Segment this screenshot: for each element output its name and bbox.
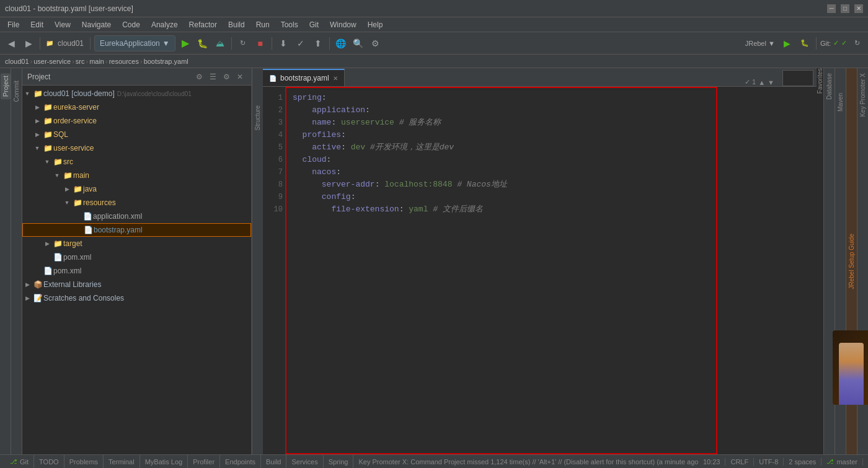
menu-analyze[interactable]: Analyze	[146, 19, 183, 30]
search-button[interactable]: 🔍	[351, 36, 366, 51]
tree-item-application-xml[interactable]: ▶ 📄 application.xml	[22, 210, 251, 223]
close-button[interactable]: ✕	[854, 4, 863, 13]
debug-button[interactable]: 🐛	[195, 36, 210, 51]
menu-edit[interactable]: Edit	[25, 19, 48, 30]
key-active: active	[293, 141, 341, 154]
jrebel-anime-image	[833, 330, 868, 405]
tree-item-resources[interactable]: ▼ 📁 resources	[22, 196, 251, 210]
arrow-target: ▶	[42, 241, 52, 247]
status-mybatis[interactable]: MyBatis Log	[140, 455, 188, 468]
line-num-6: 6	[263, 154, 283, 166]
commit-label[interactable]: Commit	[13, 81, 20, 102]
status-build[interactable]: Build	[261, 455, 286, 468]
colon-7: :	[336, 166, 341, 179]
database-label[interactable]: Database	[826, 73, 833, 100]
project-tree: ▼ 📁 cloud01 [cloud-demo] D:\java\code\cl…	[22, 86, 251, 454]
code-editor[interactable]: 1 2 3 4 5 6 7 8 9 10 spring: application…	[263, 87, 817, 454]
panel-close-button[interactable]: ✕	[234, 71, 246, 83]
breadcrumb-src[interactable]: src	[76, 58, 85, 65]
tree-item-order[interactable]: ▶ 📁 order-service	[22, 114, 251, 128]
menu-view[interactable]: View	[50, 19, 76, 30]
status-services[interactable]: Services	[286, 455, 323, 468]
breadcrumb-cloud01[interactable]: cloud01	[5, 58, 29, 65]
status-position[interactable]: 10:23	[698, 458, 726, 466]
menu-navigate[interactable]: Navigate	[77, 19, 116, 30]
status-branch[interactable]: ⎇ master	[822, 458, 863, 466]
git-settings[interactable]: ↻	[849, 36, 864, 51]
nav-down[interactable]: ▼	[768, 79, 774, 86]
jrebel-run[interactable]: ▶	[780, 36, 795, 51]
tree-item-target[interactable]: ▶ 📁 target	[22, 237, 251, 250]
status-spring[interactable]: Spring	[324, 455, 354, 468]
jrebel-setup-label[interactable]: JRebel Setup Guide	[848, 234, 855, 289]
menu-refactor[interactable]: Refactor	[184, 19, 222, 30]
status-charset[interactable]: UTF-8	[754, 458, 784, 466]
run-button[interactable]: ▶	[178, 36, 193, 51]
tree-item-sql[interactable]: ▶ 📁 SQL	[22, 128, 251, 141]
icon-pom-user: 📄	[52, 253, 63, 262]
status-indent[interactable]: 2 spaces	[784, 458, 822, 466]
nav-up[interactable]: ▲	[758, 79, 765, 86]
forward-button[interactable]: ▶	[21, 36, 36, 51]
git-commit-button[interactable]: ✓	[293, 36, 308, 51]
minimize-button[interactable]: ─	[827, 4, 836, 13]
translate-button[interactable]: 🌐	[334, 36, 348, 51]
panel-cog-button[interactable]: ⚙	[193, 71, 205, 83]
key-promoter-label[interactable]: Key Promoter X	[859, 73, 866, 117]
status-crlf[interactable]: CRLF	[725, 458, 754, 466]
status-problems[interactable]: Problems	[64, 455, 104, 468]
menu-tools[interactable]: Tools	[276, 19, 303, 30]
status-right: 10:23 CRLF UTF-8 2 spaces ⎇ master	[698, 458, 863, 466]
status-todo[interactable]: TODO	[34, 455, 64, 468]
tree-item-main[interactable]: ▼ 📁 main	[22, 169, 251, 182]
tree-item-bootstrap-yaml[interactable]: ▶ 📄 bootstrap.yaml	[22, 223, 251, 237]
menu-file[interactable]: File	[2, 19, 24, 30]
menu-git[interactable]: Git	[304, 19, 324, 30]
maven-label[interactable]: Maven	[837, 93, 844, 112]
tree-item-src[interactable]: ▼ 📁 src	[22, 155, 251, 169]
menu-run[interactable]: Run	[251, 19, 275, 30]
update-button[interactable]: ↻	[236, 36, 250, 51]
tree-item-pom-cloud[interactable]: ▶ 📄 pom.xml	[22, 264, 251, 278]
maximize-button[interactable]: □	[841, 4, 849, 13]
project-button[interactable]: 📁	[44, 36, 55, 51]
structure-label[interactable]: Structure	[254, 105, 261, 131]
panel-gear-button[interactable]: ⚙	[220, 71, 232, 83]
tree-item-cloud01[interactable]: ▼ 📁 cloud01 [cloud-demo] D:\java\code\cl…	[22, 87, 251, 100]
menu-window[interactable]: Window	[325, 19, 361, 30]
tree-item-ext-libs[interactable]: ▶ 📦 External Libraries	[22, 278, 251, 291]
menu-build[interactable]: Build	[223, 19, 250, 30]
tree-item-scratches[interactable]: ▶ 📝 Scratches and Consoles	[22, 291, 251, 305]
breadcrumb-user-service[interactable]: user-service	[33, 58, 71, 65]
breadcrumb-main[interactable]: main	[89, 58, 104, 65]
tree-item-pom-user[interactable]: ▶ 📄 pom.xml	[22, 250, 251, 264]
code-content[interactable]: spring: application: name: userservice #…	[288, 87, 817, 454]
git-update-button[interactable]: ⬇	[276, 36, 291, 51]
project-tab-label[interactable]: Project	[1, 73, 11, 99]
tab-close-bootstrap[interactable]: ✕	[333, 75, 338, 82]
tree-item-java[interactable]: ▶ 📁 java	[22, 182, 251, 196]
breadcrumb-file[interactable]: bootstrap.yaml	[144, 58, 188, 65]
favorites-label[interactable]: Favorites	[817, 68, 823, 94]
key-profiles: profiles	[293, 129, 341, 141]
coverage-button[interactable]: ⛰	[213, 36, 228, 51]
run-config-dropdown[interactable]: EurekaApplication ▼	[94, 35, 175, 51]
panel-list-button[interactable]: ☰	[206, 71, 219, 83]
tab-bootstrap-yaml[interactable]: 📄 bootstrap.yaml ✕	[263, 69, 345, 86]
menu-code[interactable]: Code	[117, 19, 145, 30]
status-endpoints[interactable]: Endpoints	[220, 455, 261, 468]
tree-item-user-service[interactable]: ▼ 📁 user-service	[22, 141, 251, 155]
menu-help[interactable]: Help	[363, 19, 388, 30]
jrebel-debug[interactable]: 🐛	[797, 36, 812, 51]
status-pos-label: 10:23	[703, 458, 720, 466]
status-terminal[interactable]: Terminal	[104, 455, 140, 468]
back-button[interactable]: ◀	[4, 36, 19, 51]
settings-button[interactable]: ⚙	[368, 36, 383, 51]
breadcrumb-resources[interactable]: resources	[109, 58, 139, 65]
code-line-7: nacos:	[288, 166, 817, 179]
status-git[interactable]: ⎇ Git	[5, 455, 34, 468]
git-push-button[interactable]: ⬆	[311, 36, 326, 51]
stop-button[interactable]: ■	[253, 36, 268, 51]
status-profiler[interactable]: Profiler	[188, 455, 220, 468]
tree-item-eureka[interactable]: ▶ 📁 eureka-server	[22, 100, 251, 114]
